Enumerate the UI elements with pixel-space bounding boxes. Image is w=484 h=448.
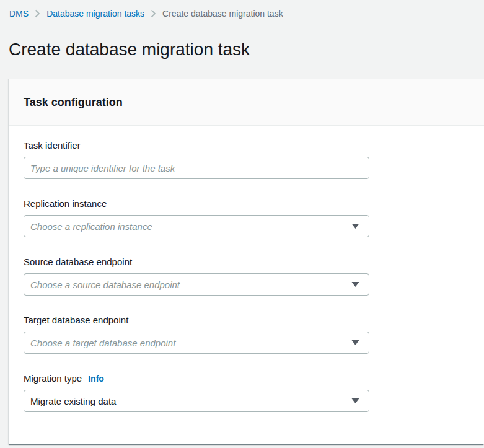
- replication-instance-label: Replication instance: [24, 198, 469, 210]
- caret-down-icon: [351, 340, 359, 346]
- select-placeholder: Choose a source database endpoint: [30, 279, 180, 290]
- field-label-text: Replication instance: [24, 198, 107, 210]
- breadcrumb-link-dms[interactable]: DMS: [9, 8, 29, 19]
- select-value: Migrate existing data: [30, 396, 116, 406]
- panel-header: Task configuration: [9, 79, 484, 126]
- target-endpoint-select[interactable]: Choose a target database endpoint: [24, 332, 369, 354]
- page-title: Create database migration task: [9, 39, 484, 60]
- chevron-right-icon: [151, 9, 156, 18]
- field-label-text: Migration type: [24, 372, 82, 385]
- field-task-identifier: Task identifier: [24, 139, 469, 179]
- select-placeholder: Choose a replication instance: [30, 221, 152, 232]
- field-label-text: Target database endpoint: [24, 314, 128, 327]
- caret-down-icon: [351, 224, 359, 229]
- target-endpoint-label: Target database endpoint: [24, 314, 469, 327]
- migration-type-info-link[interactable]: Info: [88, 372, 104, 385]
- breadcrumb-current: Create database migration task: [162, 8, 283, 19]
- migration-type-select[interactable]: Migrate existing data: [24, 390, 369, 412]
- field-replication-instance: Replication instance Choose a replicatio…: [24, 198, 469, 237]
- task-configuration-panel: Task configuration Task identifier Repli…: [9, 79, 484, 444]
- field-target-database-endpoint: Target database endpoint Choose a target…: [24, 314, 469, 354]
- field-source-database-endpoint: Source database endpoint Choose a source…: [24, 256, 469, 296]
- select-placeholder: Choose a target database endpoint: [30, 338, 175, 348]
- field-migration-type: Migration type Info Migrate existing dat…: [24, 372, 469, 412]
- field-label-text: Task identifier: [24, 139, 81, 152]
- caret-down-icon: [351, 282, 359, 288]
- breadcrumb-link-database-migration-tasks[interactable]: Database migration tasks: [46, 8, 144, 19]
- chevron-right-icon: [35, 9, 40, 18]
- field-label-text: Source database endpoint: [24, 256, 132, 268]
- panel-title: Task configuration: [24, 95, 469, 109]
- breadcrumb: DMS Database migration tasks Create data…: [0, 0, 484, 19]
- replication-instance-select[interactable]: Choose a replication instance: [24, 215, 369, 237]
- task-identifier-input[interactable]: [24, 157, 369, 179]
- source-endpoint-label: Source database endpoint: [24, 256, 469, 268]
- caret-down-icon: [351, 398, 359, 404]
- migration-type-label: Migration type Info: [24, 372, 469, 385]
- panel-body: Task identifier Replication instance Cho…: [9, 126, 484, 444]
- task-identifier-label: Task identifier: [24, 139, 469, 152]
- source-endpoint-select[interactable]: Choose a source database endpoint: [24, 273, 369, 296]
